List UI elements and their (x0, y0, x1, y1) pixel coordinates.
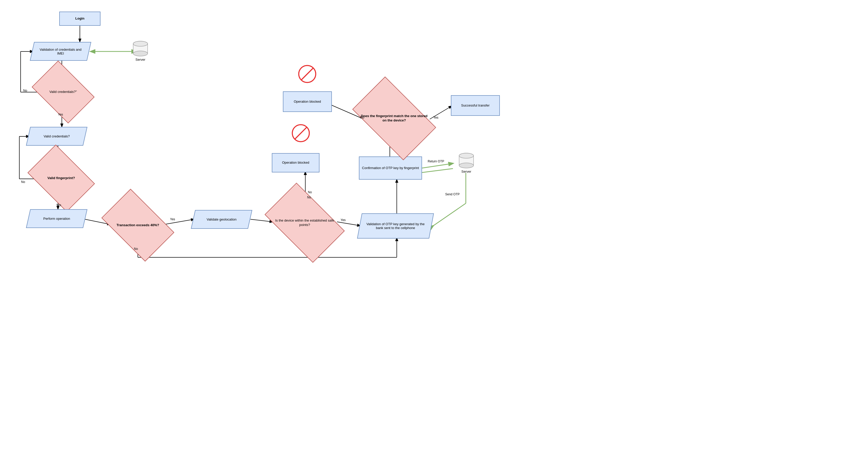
valid-fingerprint-label: Valid fingerprint? (45, 173, 78, 183)
svg-line-13 (164, 219, 194, 225)
perform-operation: Perform operation (26, 209, 88, 228)
operation-blocked-mid-label: Operation blocked (282, 161, 309, 165)
server2-label: Server (461, 170, 471, 173)
return-otp-label: Return OTP (428, 160, 444, 163)
svg-line-24 (433, 203, 466, 226)
svg-line-18 (419, 163, 453, 169)
yes-label-device: Yes (341, 218, 346, 222)
svg-line-44 (302, 68, 313, 80)
transaction-exceeds-label: Transaction exceeds 40%? (114, 221, 161, 230)
validation-otp: Validation of OTP key generated by the b… (357, 213, 434, 239)
no-label-cred1: No (23, 89, 27, 92)
valid-credentials-para-label: Valid credentials? (43, 134, 70, 138)
svg-line-22 (430, 106, 452, 119)
confirmation-otp: Confirmation of OTP key by fingerprint (359, 157, 422, 180)
svg-line-19 (419, 169, 453, 173)
blocked-icon-top (298, 64, 317, 83)
yes-label-cred1: Yes (58, 113, 63, 116)
successful-transfer-label: Successful transfer (461, 103, 490, 108)
no-label-transaction: No (134, 247, 138, 251)
valid-credentials-diamond1: Valid credentials?" (37, 73, 89, 111)
server2: Server (452, 149, 480, 175)
svg-line-37 (295, 127, 307, 139)
valid-credentials-q1-label: Valid credentials?" (47, 87, 80, 97)
validation-credentials-imei: Validation of credentials and IMEI (30, 42, 91, 61)
yes-label-transaction: Yes (170, 217, 175, 221)
validation-credentials-label: Validation of credentials and IMEI (36, 47, 85, 55)
diagram: Login Validation of credentials and IMEI… (0, 0, 868, 473)
valid-fingerprint-diamond: Valid fingerprint? (33, 158, 89, 198)
fingerprint-match-label: Does the fingerprint match the one store… (358, 111, 430, 125)
transaction-exceeds-diamond: Transaction exceeds 40%? (107, 205, 169, 246)
svg-point-42 (459, 153, 473, 158)
no-label-fingerprint: No (21, 180, 25, 184)
successful-transfer: Successful transfer (451, 95, 500, 116)
server1: Server (126, 37, 155, 63)
perform-operation-label: Perform operation (43, 217, 70, 221)
operation-blocked-top-label: Operation blocked (294, 100, 321, 104)
server1-label: Server (135, 58, 145, 62)
svg-point-32 (133, 41, 148, 46)
yes-label-fingerprint: Yes (56, 203, 61, 207)
login-label: Login (75, 16, 84, 21)
fingerprint-match-diamond: Does the fingerprint match the one store… (358, 95, 430, 141)
login-box: Login (59, 11, 100, 26)
no-label-mid: No (308, 191, 312, 194)
operation-blocked-top: Operation blocked (283, 91, 332, 112)
no-label-device: No (307, 196, 311, 199)
validate-geolocation-label: Validate geolocation (207, 217, 237, 221)
send-otp-label: Send OTP (445, 193, 460, 196)
blocked-icon-mid (291, 124, 310, 143)
operation-blocked-mid: Operation blocked (272, 153, 319, 172)
validate-geolocation: Validate geolocation (191, 210, 252, 229)
device-within-diamond: Is the device within the established saf… (271, 200, 339, 245)
device-within-label: Is the device within the established saf… (271, 216, 339, 230)
svg-point-31 (133, 51, 148, 56)
svg-point-41 (459, 163, 473, 168)
confirmation-otp-label: Confirmation of OTP key by fingerprint (362, 166, 419, 170)
svg-line-14 (250, 219, 273, 222)
valid-credentials-para: Valid credentials? (26, 127, 88, 146)
yes-label-fingerprint-match: Yes (433, 116, 438, 120)
validation-otp-label: Validation of OTP key generated by the b… (366, 222, 425, 230)
